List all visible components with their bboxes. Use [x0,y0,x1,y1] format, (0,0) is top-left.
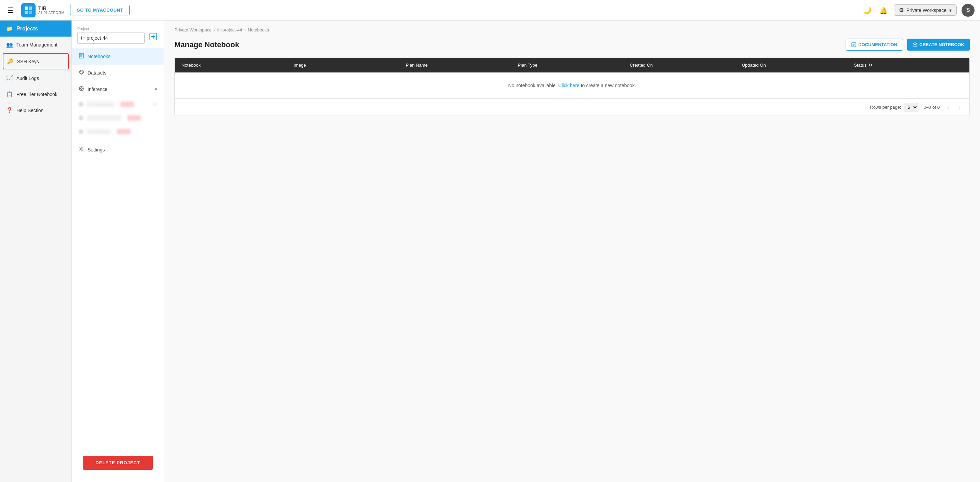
notebooks-nav-icon [79,53,84,60]
sidebar-item-projects[interactable]: 📁 Projects [0,21,72,37]
blurred-label-2 [87,116,121,120]
settings-nav-icon [79,146,84,153]
svg-point-14 [81,88,83,89]
free-tier-label: Free Tier Notebook [16,92,57,97]
blurred-badge-3 [117,129,130,134]
user-avatar[interactable]: S [961,4,975,17]
hamburger-button[interactable]: ☰ [5,4,16,16]
key-icon: 🔑 [7,58,14,65]
col-notebook: Notebook [181,62,290,68]
col-created-on: Created On [630,62,738,68]
goto-myaccount-button[interactable]: GO TO MYACCOUNT [70,5,130,15]
rows-per-page-control: Rows per page: 5 [870,103,918,111]
blurred-label-3 [87,129,111,134]
sidebar-item-team-management[interactable]: 👥 Team Management [0,37,72,52]
page-header: Manage Notebook DOCUMENTATION [174,39,970,51]
col-status: Status ↻ [854,62,963,68]
app-layout: 📁 Projects 👥 Team Management 🔑 SSH Keys … [0,0,980,482]
header-right: 🌙 🔔 ⚙ Private Workspace ▾ S [862,4,975,17]
sidebar-item-audit-logs[interactable]: 📈 Audit Logs [0,70,72,86]
datasets-nav-icon [79,69,84,76]
breadcrumb-sep-2: › [244,27,245,32]
datasets-nav-label: Datasets [88,70,107,76]
blurred-nav-item-1[interactable]: ⚙ [72,97,164,111]
notebook-table: Notebook Image Plan Name Plan Type Creat… [174,57,970,116]
svg-rect-2 [25,11,28,14]
inference-chevron-icon: ▾ [155,87,157,92]
breadcrumb-sep-1: › [214,27,215,32]
projects-label: Projects [16,25,38,32]
add-project-button[interactable] [148,32,158,44]
breadcrumb-workspace: Private Workspace [174,27,212,32]
project-select-wrapper: Project tir-project-44 [77,27,145,44]
inference-nav-label: Inference [88,86,107,92]
empty-text: No notebook available. [508,83,557,88]
svg-rect-1 [29,6,32,10]
logo-subtitle: AI PLATFORM [38,11,65,15]
app-header: ☰ TIR AI PLATFORM GO TO MYACCOUNT 🌙 🔔 ⚙ … [0,0,980,21]
project-label: Project [77,27,145,31]
doc-icon [851,42,856,47]
blurred-nav-item-2[interactable] [72,111,164,125]
main-content: Private Workspace › tir-project-44 › Not… [164,21,980,482]
blurred-icon-3 [79,129,83,134]
middle-panel: Project tir-project-44 [72,21,164,482]
notifications-button[interactable]: 🔔 [878,5,889,16]
blurred-badge-1 [120,102,134,107]
left-sidebar: 📁 Projects 👥 Team Management 🔑 SSH Keys … [0,21,72,482]
blurred-nav-item-3[interactable] [72,125,164,138]
workspace-chevron-icon: ▾ [949,8,951,13]
header-left: ☰ TIR AI PLATFORM GO TO MYACCOUNT [5,3,130,17]
help-section-label: Help Section [16,108,43,113]
nav-item-notebooks[interactable]: Notebooks [72,48,164,65]
sidebar-item-free-tier-notebook[interactable]: 📋 Free Tier Notebook [0,86,72,102]
breadcrumb-project: tir-project-44 [217,27,242,32]
breadcrumb-section: Notebooks [248,27,269,32]
logo-name: TIR [38,5,65,11]
inference-nav-icon [79,86,84,93]
documentation-button[interactable]: DOCUMENTATION [846,39,903,51]
project-select[interactable]: tir-project-44 [77,32,145,44]
delete-project-button[interactable]: DELETE PROJECT [83,456,153,470]
blurred-badge-2 [127,115,141,121]
workspace-label: Private Workspace [907,8,947,13]
notebooks-nav-label: Notebooks [88,54,110,59]
nav-item-inference[interactable]: Inference ▾ [72,81,164,97]
next-page-button[interactable]: › [957,103,963,111]
nav-item-settings[interactable]: Settings [72,142,164,158]
delete-project-area: DELETE PROJECT [72,443,164,482]
prev-page-button[interactable]: ‹ [945,103,951,111]
notebook-sidebar-icon: 📋 [6,91,13,97]
nav-item-datasets[interactable]: Datasets [72,65,164,81]
dark-mode-button[interactable]: 🌙 [862,5,873,16]
ssh-keys-label: SSH Keys [17,59,39,64]
sidebar-item-ssh-keys[interactable]: 🔑 SSH Keys [3,53,69,69]
project-selector-area: Project tir-project-44 [72,21,164,48]
page-title: Manage Notebook [174,40,239,49]
breadcrumb: Private Workspace › tir-project-44 › Not… [174,27,970,32]
svg-rect-3 [29,11,32,14]
logo-icon [21,3,35,17]
header-actions: DOCUMENTATION CREATE NOTEBOOK [846,39,970,51]
table-footer: Rows per page: 5 0–0 of 0 ‹ › [175,99,969,116]
create-notebook-link[interactable]: Click here [558,83,579,88]
logo-area: TIR AI PLATFORM [21,3,65,17]
blurred-icon-2 [79,116,83,120]
audit-logs-label: Audit Logs [16,76,39,81]
doc-btn-label: DOCUMENTATION [858,42,897,47]
create-icon [913,42,918,47]
workspace-icon: ⚙ [899,7,904,13]
pagination-info: 0–0 of 0 [924,105,940,110]
team-icon: 👥 [6,41,13,48]
workspace-selector[interactable]: ⚙ Private Workspace ▾ [894,5,957,16]
create-btn-label: CREATE NOTEBOOK [920,42,964,47]
table-header: Notebook Image Plan Name Plan Type Creat… [175,58,969,72]
col-plan-type: Plan Type [518,62,627,68]
blurred-label-1 [87,102,114,107]
create-notebook-button[interactable]: CREATE NOTEBOOK [907,39,970,51]
sidebar-item-help-section[interactable]: ❓ Help Section [0,102,72,118]
svg-point-19 [81,148,83,150]
table-empty-state: No notebook available. Click here to cre… [175,72,969,99]
refresh-icon[interactable]: ↻ [869,62,872,68]
rows-per-page-select[interactable]: 5 [904,103,918,111]
